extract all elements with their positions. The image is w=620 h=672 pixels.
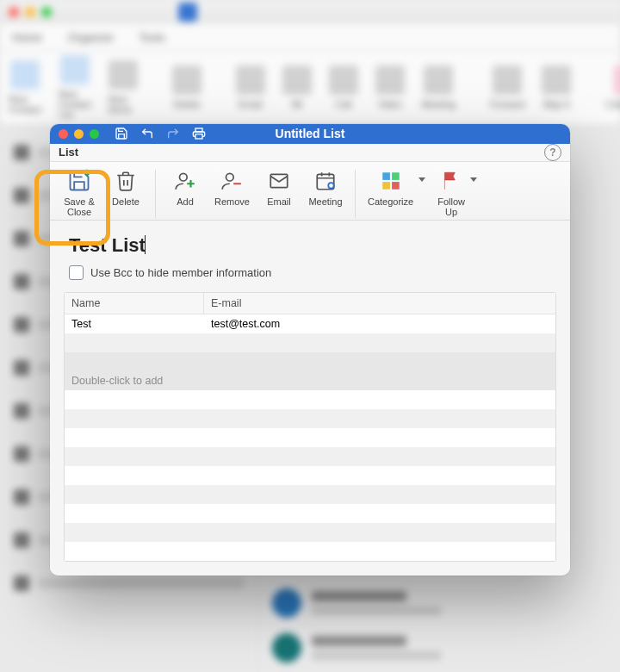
svg-rect-0 [195, 134, 202, 139]
app-icon [178, 3, 197, 22]
tab-list[interactable]: List [59, 146, 78, 159]
person-remove-icon [220, 169, 244, 193]
table-row-empty[interactable] [65, 390, 555, 409]
svg-rect-15 [382, 182, 390, 190]
remove-label: Remove [214, 196, 250, 208]
categorize-button[interactable]: Categorize [364, 167, 429, 209]
checkbox-icon[interactable] [69, 265, 84, 280]
bg-titlebar [0, 0, 620, 24]
follow-up-label: Follow Up [437, 196, 465, 218]
follow-up-button[interactable]: Follow Up [434, 167, 480, 220]
bcc-checkbox-row[interactable]: Use Bcc to hide member information [69, 265, 551, 280]
table-row-empty[interactable] [65, 542, 555, 561]
delete-label: Delete [112, 196, 140, 208]
add-row-placeholder[interactable]: Double-click to add [65, 371, 555, 390]
flag-icon [439, 169, 463, 193]
svg-rect-14 [392, 172, 400, 180]
table-row-empty[interactable] [65, 504, 555, 523]
modal-titlebar: Untitled List [50, 124, 570, 144]
text-caret [145, 235, 146, 254]
redo-icon[interactable] [166, 127, 180, 140]
cell-email: test@test.com [204, 314, 555, 334]
table-row-empty[interactable] [65, 409, 555, 428]
calendar-icon [313, 169, 338, 193]
chevron-down-icon [470, 177, 477, 182]
help-icon[interactable]: ? [544, 144, 561, 161]
zoom-icon [41, 7, 52, 17]
remove-member-button[interactable]: Remove [211, 167, 253, 209]
chevron-down-icon [418, 177, 425, 182]
modal-tabrow: List ? [50, 144, 570, 162]
trash-icon [114, 169, 138, 193]
bg-traffic-lights [9, 7, 52, 17]
svg-rect-8 [317, 174, 334, 189]
table-row[interactable]: Test test@test.com [65, 314, 555, 333]
quick-access-toolbar [115, 127, 206, 140]
categorize-icon [379, 169, 403, 193]
save-and-close-label: Save & Close [64, 196, 94, 218]
svg-point-12 [328, 183, 334, 189]
meeting-label: Meeting [308, 196, 342, 208]
modal-ribbon: Save & Close Delete Add Remove Ema [50, 162, 570, 221]
bcc-label: Use Bcc to hide member information [90, 266, 271, 279]
add-label: Add [177, 196, 194, 208]
svg-rect-16 [392, 182, 400, 190]
bg-tab: Organize [68, 31, 114, 44]
modal-body: Test List Use Bcc to hide member informa… [50, 221, 570, 576]
undo-icon[interactable] [140, 127, 154, 140]
svg-point-2 [180, 173, 188, 181]
svg-point-5 [226, 173, 234, 181]
table-header: Name E-mail [65, 293, 555, 314]
list-editor-window: Untitled List List ? Save & Close Delete [50, 124, 570, 576]
table-row-empty[interactable] [65, 352, 555, 371]
modal-traffic-lights [59, 129, 99, 139]
ribbon-separator [155, 170, 156, 218]
table-row-empty[interactable] [65, 447, 555, 466]
envelope-icon [267, 169, 291, 193]
save-and-close-button[interactable]: Save & Close [59, 167, 100, 220]
categorize-label: Categorize [368, 196, 413, 208]
members-table: Name E-mail Test test@test.com Double-cl… [64, 292, 556, 562]
ribbon-separator [355, 170, 356, 218]
list-name-input[interactable]: Test List [69, 234, 551, 257]
close-icon [9, 7, 19, 17]
svg-rect-13 [382, 172, 390, 180]
meeting-button[interactable]: Meeting [305, 167, 346, 209]
table-row-empty[interactable] [65, 333, 555, 352]
person-add-icon [173, 169, 197, 193]
bg-tab: Home [12, 31, 42, 44]
save-close-icon [67, 169, 91, 193]
print-icon[interactable] [192, 127, 206, 140]
svg-rect-7 [270, 174, 288, 187]
table-row-empty[interactable] [65, 466, 555, 485]
minimize-icon [25, 7, 35, 17]
bg-tab: Tools [139, 31, 164, 44]
bg-tabs: Home Organize Tools [0, 24, 620, 51]
column-email[interactable]: E-mail [204, 293, 555, 314]
delete-button[interactable]: Delete [105, 167, 146, 209]
table-row-empty[interactable] [65, 523, 555, 542]
table-row-empty[interactable] [65, 485, 555, 504]
bg-ribbon: New Contact New Contact List New Items D… [0, 51, 620, 125]
cell-name: Test [65, 314, 204, 334]
column-name[interactable]: Name [65, 293, 204, 314]
email-label: Email [267, 196, 291, 208]
svg-rect-1 [195, 128, 202, 132]
table-body[interactable]: Test test@test.com Double-click to add [65, 314, 555, 561]
add-row-label: Double-click to add [65, 370, 555, 391]
minimize-icon[interactable] [74, 129, 84, 139]
table-row-empty[interactable] [65, 428, 555, 447]
zoom-icon[interactable] [90, 129, 99, 139]
list-name-text: Test List [69, 234, 146, 256]
email-button[interactable]: Email [258, 167, 300, 209]
add-member-button[interactable]: Add [164, 167, 206, 209]
close-icon[interactable] [59, 129, 68, 139]
save-icon[interactable] [115, 127, 128, 140]
